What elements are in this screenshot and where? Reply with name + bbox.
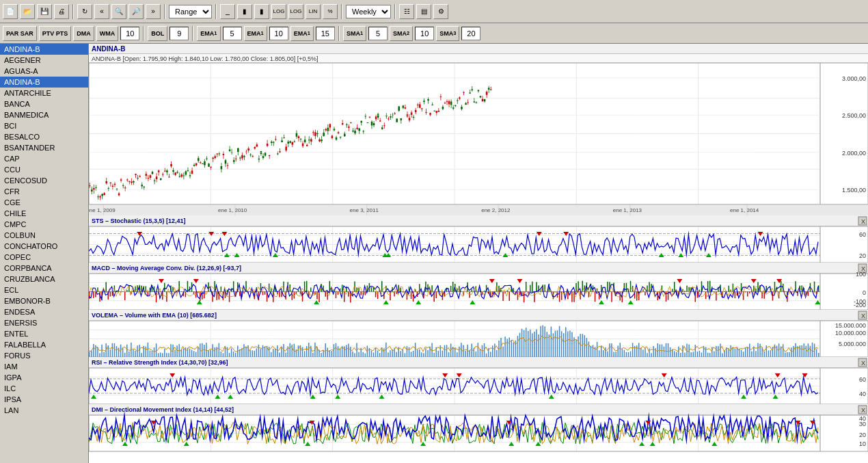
sidebar-item-andina-b[interactable]: ANDINA-B: [0, 44, 88, 55]
sep7: [192, 26, 193, 41]
pct-btn[interactable]: %: [323, 4, 338, 19]
sidebar-item-aegener[interactable]: AEGENER: [0, 55, 88, 66]
sidebar-item-aguas-a[interactable]: AGUAS-A: [0, 66, 88, 77]
chart-type-btn[interactable]: ▤: [416, 4, 431, 19]
fwd-btn[interactable]: »: [146, 4, 161, 19]
sidebar-item-chile[interactable]: CHILE: [0, 208, 88, 219]
ohlc-info: ANDINA-B [Open: 1.795,90 High: 1.840,10 …: [92, 55, 318, 62]
open-btn[interactable]: 📂: [20, 4, 35, 19]
candle-btn[interactable]: ▮: [254, 4, 269, 19]
bol-value-input[interactable]: [169, 27, 189, 40]
sidebar-item-forus[interactable]: FORUS: [0, 350, 88, 361]
zoom-in-btn[interactable]: 🔍: [111, 4, 126, 19]
toolbar-top: 📄 📂 💾 🖨 ↻ « 🔍 🔎 » Range ⎯ ▮ ▮ LOG LOG LI…: [0, 0, 868, 23]
sidebar-item-iam[interactable]: IAM: [0, 361, 88, 372]
lin-btn[interactable]: LIN: [306, 4, 321, 19]
sidebar-item-endesa[interactable]: ENDESA: [0, 306, 88, 317]
back-btn[interactable]: «: [94, 4, 109, 19]
grid-btn[interactable]: ☷: [399, 4, 414, 19]
main-area: ANDINA-BAEGENERAGUAS-AANDINA-BANTARCHILE…: [0, 44, 868, 463]
sidebar-item-antarchile[interactable]: ANTARCHILE: [0, 88, 88, 98]
sidebar-item-entel[interactable]: ENTEL: [0, 328, 88, 339]
sidebar-item-enersis[interactable]: ENERSIS: [0, 317, 88, 328]
sidebar-item-ecl[interactable]: ECL: [0, 285, 88, 295]
sep2: [164, 4, 165, 19]
ema2-input[interactable]: [269, 27, 288, 40]
sep1: [72, 4, 74, 19]
settings-btn[interactable]: ⚙: [433, 4, 448, 19]
dma-btn[interactable]: DMA: [73, 26, 94, 41]
sidebar-item-cencosud[interactable]: CENCOSUD: [0, 175, 88, 186]
ema2-btn[interactable]: EMA1: [244, 26, 267, 41]
sidebar-item-igpa[interactable]: IGPA: [0, 372, 88, 383]
toolbar-indicators: PAR SAR PTV PTS DMA WMA BOL EMA1 EMA1 EM…: [0, 23, 868, 44]
chart-area: ANDINA-B ANDINA-B [Open: 1.795,90 High: …: [89, 44, 868, 463]
stock-list-sidebar: ANDINA-BAEGENERAGUAS-AANDINA-BANTARCHILE…: [0, 44, 89, 463]
sep5: [394, 4, 396, 19]
sidebar-item-banmedica[interactable]: BANMEDICA: [0, 109, 88, 120]
sidebar-item-cruzblanca[interactable]: CRUZBLANCA: [0, 274, 88, 285]
sidebar-item-besalco[interactable]: BESALCO: [0, 131, 88, 142]
ema3-input[interactable]: [316, 27, 335, 40]
sep6: [143, 26, 144, 41]
sidebar-item-ipsa[interactable]: IPSA: [0, 394, 88, 405]
new-btn[interactable]: 📄: [3, 4, 18, 19]
sidebar-item-corpbanca[interactable]: CORPBANCA: [0, 263, 88, 274]
wma-btn[interactable]: WMA: [96, 26, 119, 41]
sma2-input[interactable]: [415, 27, 434, 40]
bar-chart-btn[interactable]: ▮: [237, 4, 252, 19]
sidebar-item-copec[interactable]: COPEC: [0, 252, 88, 263]
main-chart-canvas[interactable]: [89, 63, 868, 458]
sidebar-item-falabella[interactable]: FALABELLA: [0, 339, 88, 350]
ptv-pts-btn[interactable]: PTV PTS: [39, 26, 72, 41]
sidebar-item-andina-b[interactable]: ANDINA-B: [0, 77, 88, 88]
sidebar-item-embonor-b[interactable]: EMBONOR-B: [0, 295, 88, 306]
zoom-out-btn[interactable]: 🔎: [128, 4, 144, 19]
sep4: [341, 4, 342, 19]
par-sar-btn[interactable]: PAR SAR: [3, 26, 37, 41]
chart-title: ANDINA-B: [92, 45, 125, 53]
sma3-input[interactable]: [461, 27, 480, 40]
sidebar-item-cmpc[interactable]: CMPC: [0, 219, 88, 230]
sidebar-item-bsantander[interactable]: BSANTANDER: [0, 142, 88, 153]
sidebar-item-cfr[interactable]: CFR: [0, 186, 88, 197]
sma2-btn[interactable]: SMA2: [390, 26, 413, 41]
sidebar-item-bci[interactable]: BCI: [0, 120, 88, 131]
sep3: [215, 4, 217, 19]
save-btn[interactable]: 💾: [37, 4, 52, 19]
range-dropdown[interactable]: Range: [169, 5, 212, 18]
ema1-input[interactable]: [223, 27, 242, 40]
sidebar-item-banca[interactable]: BANCA: [0, 98, 88, 109]
sma1-btn[interactable]: SMA1: [343, 26, 366, 41]
bol-btn[interactable]: BOL: [148, 26, 167, 41]
ema3-btn[interactable]: EMA1: [290, 26, 314, 41]
sidebar-item-ilc[interactable]: ILC: [0, 383, 88, 394]
refresh-btn[interactable]: ↻: [77, 4, 92, 19]
wma-value-input[interactable]: [120, 27, 139, 40]
log-btn[interactable]: LOG: [271, 4, 286, 19]
sidebar-item-ccu[interactable]: CCU: [0, 164, 88, 175]
sidebar-item-lan[interactable]: LAN: [0, 405, 88, 416]
sep8: [338, 26, 340, 41]
line-chart-btn[interactable]: ⎯: [220, 4, 235, 19]
log2-btn[interactable]: LOG: [288, 4, 303, 19]
sma1-input[interactable]: [368, 27, 388, 40]
ema1-btn[interactable]: EMA1: [197, 26, 220, 41]
sidebar-item-cge[interactable]: CGE: [0, 197, 88, 208]
period-dropdown[interactable]: Weekly: [346, 5, 391, 18]
print-btn[interactable]: 🖨: [54, 4, 69, 19]
sma3-btn[interactable]: SMA3: [436, 26, 459, 41]
sidebar-item-colbun[interactable]: COLBUN: [0, 230, 88, 241]
sidebar-item-conchatoro[interactable]: CONCHATORO: [0, 241, 88, 252]
sidebar-item-cap[interactable]: CAP: [0, 153, 88, 164]
